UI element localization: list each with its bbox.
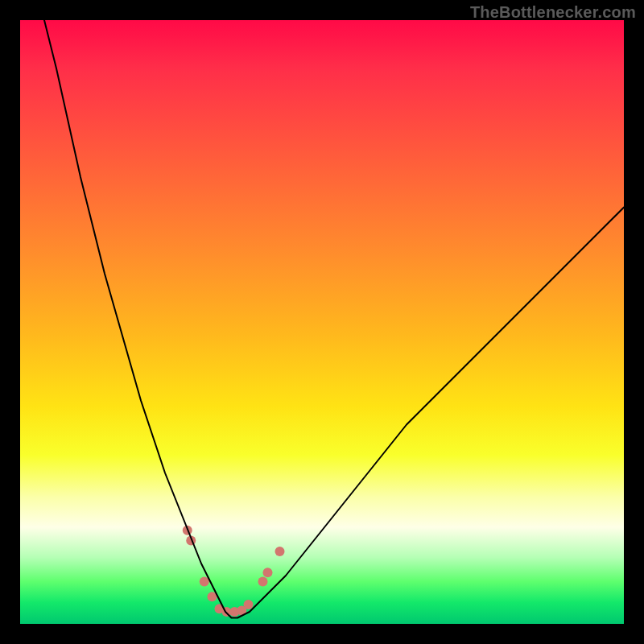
highlight-marker (200, 577, 209, 587)
highlight-marker (244, 600, 254, 609)
highlight-marker (258, 577, 268, 587)
chart-frame: TheBottlenecker.com (0, 0, 644, 644)
highlight-marker (275, 547, 285, 556)
bottleneck-curve (44, 20, 624, 618)
highlight-marker (263, 568, 273, 577)
highlight-markers-group (183, 526, 285, 617)
chart-svg (20, 20, 624, 624)
watermark-text: TheBottlenecker.com (470, 3, 636, 22)
plot-area (20, 20, 624, 624)
